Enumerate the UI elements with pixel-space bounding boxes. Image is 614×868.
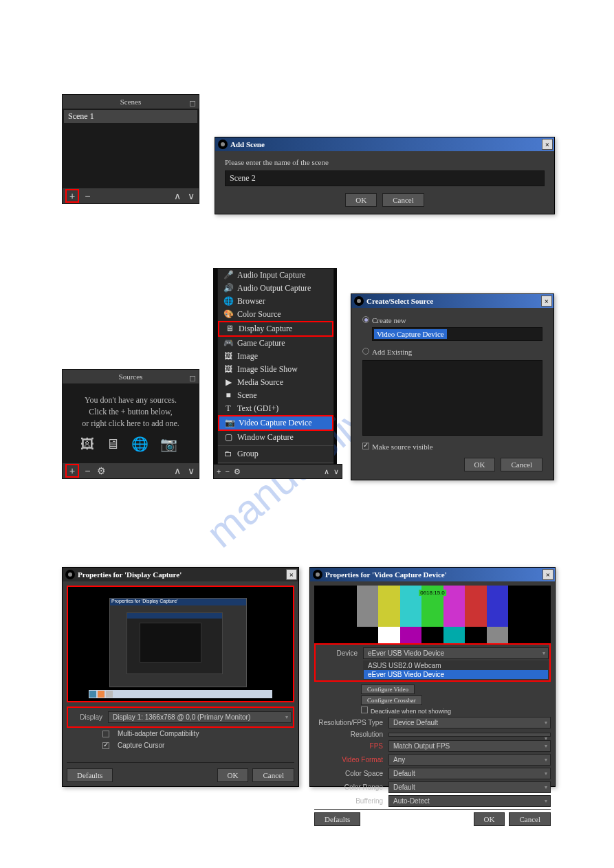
menu-item-label: Game Capture bbox=[237, 338, 285, 348]
add-source-button[interactable]: + bbox=[65, 464, 79, 478]
close-icon[interactable]: × bbox=[286, 569, 297, 580]
audio-output-capture-icon: 🔊 bbox=[223, 283, 233, 293]
sources-title: Sources bbox=[119, 372, 143, 381]
prop-select[interactable]: Auto-Detect▾ bbox=[388, 795, 551, 807]
prop-label: FPS bbox=[314, 742, 383, 750]
sources-empty-hint[interactable]: You don't have any sources. Click the + … bbox=[64, 385, 197, 463]
chevron-down-icon: ▾ bbox=[545, 784, 547, 790]
menu-item-label: Image bbox=[237, 351, 258, 361]
popout-icon[interactable]: ◻ bbox=[189, 96, 196, 110]
configure-crossbar-button[interactable]: Configure Crossbar bbox=[361, 695, 422, 705]
add-existing-radio[interactable] bbox=[362, 348, 369, 355]
move-up-button[interactable]: ∧ bbox=[173, 465, 182, 476]
ok-button[interactable]: OK bbox=[464, 458, 496, 471]
menu-item-image[interactable]: 🖼Image bbox=[218, 350, 333, 363]
remove-source-button[interactable]: − bbox=[83, 465, 91, 476]
scene-item[interactable]: Scene 1 bbox=[64, 110, 197, 123]
obs-icon bbox=[65, 570, 75, 579]
scene-name-input[interactable] bbox=[225, 170, 545, 186]
menu-item-scene[interactable]: ■Scene bbox=[218, 389, 333, 402]
prop-select[interactable]: Default▾ bbox=[388, 781, 551, 793]
menu-item-video-capture-device[interactable]: 📷Video Capture Device bbox=[218, 415, 333, 431]
source-settings-button[interactable]: ⚙ bbox=[96, 465, 107, 476]
device-option[interactable]: ASUS USB2.0 Webcam bbox=[364, 661, 548, 670]
prop-label: Color Space bbox=[314, 770, 383, 777]
display-label: Display bbox=[69, 713, 102, 721]
move-down-button[interactable]: ∨ bbox=[186, 190, 196, 201]
cancel-button[interactable]: Cancel bbox=[252, 768, 294, 782]
menu-item-label: Window Capture bbox=[237, 432, 294, 443]
configure-video-button[interactable]: Configure Video bbox=[361, 685, 415, 694]
move-down-button[interactable]: ∨ bbox=[186, 465, 196, 476]
chevron-down-icon: ▾ bbox=[545, 770, 547, 777]
ok-button[interactable]: OK bbox=[474, 812, 505, 826]
create-new-radio[interactable] bbox=[362, 316, 369, 323]
existing-sources-list[interactable] bbox=[362, 360, 542, 436]
chevron-down-icon: ▾ bbox=[545, 798, 547, 804]
prop-select[interactable]: ▾ bbox=[388, 733, 551, 737]
prop-select[interactable]: Match Output FPS▾ bbox=[388, 740, 551, 752]
remove-scene-button[interactable]: − bbox=[83, 190, 91, 201]
menu-item-audio-input-capture[interactable]: 🎤Audio Input Capture bbox=[218, 269, 333, 282]
menu-item-audio-output-capture[interactable]: 🔊Audio Output Capture bbox=[218, 282, 333, 295]
scene-icon: ■ bbox=[223, 390, 233, 401]
ok-button[interactable]: OK bbox=[217, 768, 249, 782]
add-existing-label: Add Existing bbox=[372, 348, 412, 356]
close-icon[interactable]: × bbox=[542, 139, 553, 150]
browser-icon: 🌐 bbox=[223, 296, 233, 307]
display-select[interactable]: Display 1: 1366x768 @ 0,0 (Primary Monit… bbox=[108, 711, 292, 723]
defaults-button[interactable]: Defaults bbox=[67, 768, 113, 782]
cancel-button[interactable]: Cancel bbox=[382, 193, 424, 207]
color-source-icon: 🎨 bbox=[223, 309, 233, 320]
device-dropdown-list[interactable]: ASUS USB2.0 Webcam eEver USB Viedo Devic… bbox=[363, 660, 549, 680]
menu-item-media-source[interactable]: ▶Media Source bbox=[218, 376, 333, 389]
prop-select[interactable]: Default▾ bbox=[388, 768, 551, 779]
source-type-icons: 🖼 🖥 🌐 📷 bbox=[69, 434, 192, 454]
image-slide-show-icon: 🖼 bbox=[223, 364, 233, 375]
capture-cursor-label: Capture Cursor bbox=[118, 742, 164, 749]
multi-adapter-label: Multi-adapter Compatibility bbox=[118, 730, 199, 737]
video-capture-device-icon: 📷 bbox=[225, 418, 234, 428]
make-visible-checkbox[interactable] bbox=[362, 443, 369, 449]
defaults-button[interactable]: Defaults bbox=[314, 812, 360, 826]
menu-item-color-source[interactable]: 🎨Color Source bbox=[218, 308, 333, 321]
add-source-menu[interactable]: 🎤Audio Input Capture🔊Audio Output Captur… bbox=[217, 268, 334, 478]
popout-icon[interactable]: ◻ bbox=[189, 371, 196, 385]
preview-area: 0618:15.0 bbox=[314, 586, 551, 643]
add-source-button-2[interactable]: + bbox=[217, 467, 221, 476]
prop-label: Resolution/FPS Type bbox=[314, 719, 383, 726]
multi-adapter-checkbox[interactable] bbox=[102, 731, 109, 737]
game-capture-icon: 🎮 bbox=[223, 338, 233, 348]
folder-icon: 🗀 bbox=[223, 449, 233, 459]
prop-select[interactable]: Any▾ bbox=[388, 754, 551, 766]
menu-item-window-capture[interactable]: ▢Window Capture bbox=[218, 431, 333, 444]
ok-button[interactable]: OK bbox=[345, 193, 377, 207]
device-select[interactable]: eEver USB Viedo Device▾ bbox=[363, 647, 549, 659]
menu-item-label: Browser bbox=[237, 296, 265, 307]
prop-label: Resolution bbox=[314, 731, 383, 738]
deactivate-checkbox[interactable] bbox=[361, 706, 368, 713]
capture-cursor-checkbox[interactable] bbox=[102, 742, 109, 749]
menu-item-browser[interactable]: 🌐Browser bbox=[218, 295, 333, 308]
menu-item-label: Group bbox=[237, 449, 259, 459]
make-visible-label: Make source visible bbox=[372, 443, 433, 451]
new-source-name-input[interactable]: Video Capture Device bbox=[374, 329, 447, 339]
close-icon[interactable]: × bbox=[541, 296, 552, 307]
device-option[interactable]: eEver USB Viedo Device bbox=[364, 670, 548, 679]
menu-item-text-gdi[interactable]: TText (GDI+) bbox=[218, 402, 333, 415]
chevron-down-icon: ▾ bbox=[545, 720, 547, 726]
close-icon[interactable]: × bbox=[542, 569, 553, 580]
add-scene-button[interactable]: + bbox=[65, 189, 79, 203]
prop-label: Video Format bbox=[314, 756, 383, 764]
create-select-dialog: Create/Select Source × Create new Video … bbox=[351, 293, 554, 480]
menu-item-image-slide-show[interactable]: 🖼Image Slide Show bbox=[218, 363, 333, 376]
menu-item-game-capture[interactable]: 🎮Game Capture bbox=[218, 337, 333, 350]
menu-item-label: Audio Input Capture bbox=[237, 270, 305, 280]
scenes-list[interactable]: Scene 1 bbox=[63, 109, 199, 188]
prop-select[interactable]: Device Default▾ bbox=[388, 717, 551, 728]
cancel-button[interactable]: Cancel bbox=[509, 812, 551, 826]
menu-item-display-capture[interactable]: 🖥Display Capture bbox=[218, 321, 333, 337]
move-up-button[interactable]: ∧ bbox=[173, 190, 182, 201]
menu-item-group[interactable]: 🗀Group bbox=[218, 447, 333, 460]
cancel-button[interactable]: Cancel bbox=[501, 458, 542, 471]
